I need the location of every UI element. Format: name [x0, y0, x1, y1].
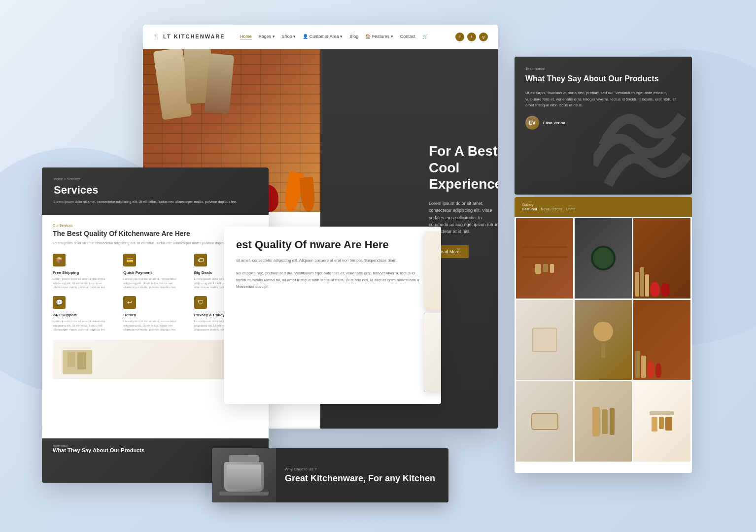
- social-google[interactable]: g: [479, 33, 488, 41]
- hero-navbar: 🍴 LT KITCHENWARE Home Pages ▾ Shop ▾ 👤 C…: [143, 25, 498, 49]
- gallery-cell-4[interactable]: [516, 300, 573, 380]
- brand-logo: 🍴 LT KITCHENWARE: [153, 33, 225, 40]
- gallery-cell-8[interactable]: [575, 381, 632, 462]
- hero-headline: For A Best Cool Experience: [429, 143, 498, 193]
- social-twitter[interactable]: t: [467, 33, 476, 41]
- services-header: Home > Services Services Lorem ipsum dol…: [42, 167, 269, 215]
- testimonial-card: Testimonial What They Say About Our Prod…: [515, 57, 692, 195]
- nav-contact[interactable]: Contact: [400, 34, 415, 39]
- pot-shape: [224, 462, 264, 492]
- promo-card: Why Choose Us ? Great Kitchenware, For a…: [212, 448, 448, 502]
- service-icon-privacy: 🛡: [194, 296, 207, 309]
- gallery-nav-uhms[interactable]: Uhms: [566, 207, 575, 211]
- quality-image-bottom: [424, 313, 441, 392]
- promo-image: [212, 448, 276, 502]
- gallery-header: Gallery Featured News / Pages Uhms: [515, 197, 692, 217]
- services-page-title: Services: [54, 184, 257, 197]
- testimonial-content: Testimonial What They Say About Our Prod…: [515, 57, 692, 139]
- nav-social-icons: f t g: [455, 33, 488, 41]
- nav-blog[interactable]: Blog: [349, 34, 358, 39]
- service-icon-support: 💬: [53, 296, 66, 309]
- gallery-cell-7[interactable]: [516, 381, 573, 462]
- shelf-item-2: [77, 352, 86, 369]
- service-name-support: 24/7 Support: [53, 313, 76, 317]
- service-icon-return: ↩: [123, 296, 136, 309]
- nav-customer[interactable]: 👤 Customer Area ▾: [303, 34, 343, 39]
- service-desc-support: Lorem ipsum dolor sit amet, consectetur …: [53, 319, 116, 332]
- gallery-cell-6[interactable]: [633, 300, 690, 380]
- quality-card: est Quality Of nware Are Here sit amet, …: [224, 227, 441, 404]
- promo-subtitle: Why Choose Us ?: [285, 467, 435, 471]
- service-item-return: ↩ Return Lorem ipsum dolor sit amet, con…: [123, 296, 187, 332]
- service-desc-shipping: Lorem ipsum dolor sit amet, consectetur …: [53, 277, 116, 289]
- nav-links: Home Pages ▾ Shop ▾ 👤 Customer Area ▾ Bl…: [240, 34, 428, 39]
- testimonial-title: What They Say About Our Products: [525, 74, 681, 84]
- gallery-cell-1[interactable]: [516, 218, 573, 299]
- brand-name: LT KITCHENWARE: [163, 33, 225, 39]
- service-name-deals: Big Deals: [194, 270, 212, 275]
- quality-image-top: [424, 232, 441, 310]
- service-icon-shipping: 📦: [53, 254, 66, 266]
- gallery-nav-featured[interactable]: Featured: [522, 207, 537, 211]
- nav-cart[interactable]: 🛒: [422, 34, 428, 39]
- service-item-payment: 💳 Quick Payment Lorem ipsum dolor sit am…: [123, 254, 187, 289]
- services-page-desc: Lorem ipsum dolor sit amet, consectetur …: [54, 200, 257, 205]
- service-name-shipping: Free Shipping: [53, 270, 79, 275]
- promo-text: Why Choose Us ? Great Kitchenware, For a…: [276, 460, 444, 491]
- nav-home[interactable]: Home: [240, 34, 252, 39]
- carrot-2: [299, 177, 316, 212]
- quality-title: est Quality Of nware Are Here: [236, 238, 429, 251]
- service-desc-payment: Lorem ipsum dolor sit amet, consectetur …: [123, 277, 187, 289]
- nav-shop[interactable]: Shop ▾: [282, 34, 296, 39]
- service-name-privacy: Privacy & Policy: [194, 313, 225, 317]
- quality-body-2: lus et porta nec, pretium sed dui. Vesti…: [236, 270, 429, 290]
- gallery-cell-2[interactable]: [575, 218, 632, 299]
- gallery-nav: Featured News / Pages Uhms: [522, 207, 684, 211]
- promo-title: Great Kitchenware, For any Kitchen: [285, 473, 435, 484]
- nav-pages[interactable]: Pages ▾: [259, 34, 275, 39]
- service-icon-deals: 🏷: [194, 254, 207, 266]
- service-item-shipping: 📦 Free Shipping Lorem ipsum dolor sit am…: [53, 254, 116, 289]
- gallery-cell-5[interactable]: [575, 300, 632, 380]
- service-icon-payment: 💳: [123, 254, 136, 266]
- cutting-board-3: [205, 53, 234, 114]
- service-name-payment: Quick Payment: [123, 270, 152, 275]
- gallery-card: Gallery Featured News / Pages Uhms: [515, 197, 692, 473]
- quality-body-1: sit amet, consectetur adipiscing elit. A…: [236, 257, 429, 264]
- service-item-support: 💬 24/7 Support Lorem ipsum dolor sit ame…: [53, 296, 116, 332]
- testimonial-author: EV Elisa Verina: [525, 116, 681, 130]
- testimonial-body: Ut ex turpis, faucibus et porta nec, pre…: [525, 90, 681, 109]
- gallery-label: Gallery: [522, 203, 684, 206]
- service-name-return: Return: [123, 313, 136, 317]
- social-facebook[interactable]: f: [455, 33, 464, 41]
- gallery-grid: [515, 217, 692, 463]
- author-avatar: EV: [525, 116, 539, 130]
- gallery-nav-news[interactable]: News / Pages: [541, 207, 562, 211]
- service-desc-return: Lorem ipsum dolor sit amet, consectetur …: [123, 319, 187, 332]
- services-breadcrumb: Home > Services: [54, 177, 257, 181]
- shelf-item-1: [68, 352, 75, 367]
- author-name: Elisa Verina: [543, 121, 565, 125]
- gallery-cell-3[interactable]: [633, 218, 690, 299]
- nav-features[interactable]: 🏠 Features ▾: [365, 34, 393, 39]
- testimonial-label: Testimonial: [525, 66, 681, 71]
- gallery-cell-9[interactable]: [633, 381, 690, 462]
